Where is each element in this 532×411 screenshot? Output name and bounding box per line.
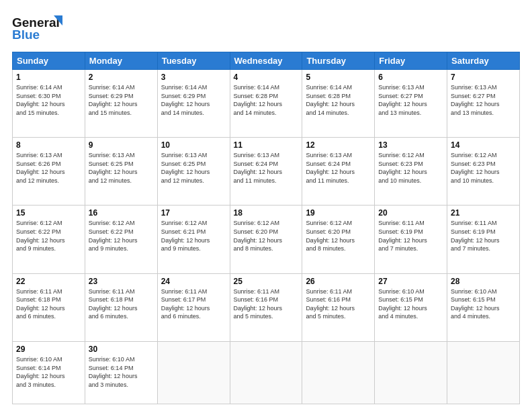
- day-number: 5: [306, 73, 371, 82]
- calendar-cell: 20 Sunrise: 6:11 AM Sunset: 6:19 PM Dayl…: [375, 205, 447, 273]
- calendar-cell: 9 Sunrise: 6:13 AM Sunset: 6:25 PM Dayli…: [85, 138, 157, 205]
- day-number: 30: [89, 345, 154, 354]
- day-number: 17: [161, 208, 226, 218]
- day-info: Sunrise: 6:14 AM Sunset: 6:30 PM Dayligh…: [16, 83, 81, 117]
- calendar-cell: 7 Sunrise: 6:13 AM Sunset: 6:27 PM Dayli…: [447, 70, 520, 138]
- day-number: 25: [234, 277, 299, 286]
- calendar-cell: 23 Sunrise: 6:11 AM Sunset: 6:18 PM Dayl…: [85, 273, 157, 341]
- day-info: Sunrise: 6:10 AM Sunset: 6:15 PM Dayligh…: [378, 287, 443, 321]
- day-number: 19: [306, 208, 371, 218]
- day-number: 20: [378, 208, 443, 218]
- day-info: Sunrise: 6:11 AM Sunset: 6:19 PM Dayligh…: [451, 219, 516, 253]
- day-number: 27: [378, 277, 443, 286]
- day-number: 11: [234, 140, 299, 150]
- day-info: Sunrise: 6:11 AM Sunset: 6:16 PM Dayligh…: [234, 287, 299, 321]
- calendar-cell: 17 Sunrise: 6:12 AM Sunset: 6:21 PM Dayl…: [157, 205, 230, 273]
- calendar-week-4: 22 Sunrise: 6:11 AM Sunset: 6:18 PM Dayl…: [13, 273, 520, 341]
- calendar-cell: 29 Sunrise: 6:10 AM Sunset: 6:14 PM Dayl…: [13, 341, 85, 404]
- day-info: Sunrise: 6:14 AM Sunset: 6:28 PM Dayligh…: [306, 83, 371, 117]
- day-info: Sunrise: 6:10 AM Sunset: 6:15 PM Dayligh…: [451, 287, 516, 321]
- calendar-cell: 3 Sunrise: 6:14 AM Sunset: 6:29 PM Dayli…: [157, 70, 230, 138]
- calendar-cell: 15 Sunrise: 6:12 AM Sunset: 6:22 PM Dayl…: [13, 205, 85, 273]
- calendar-cell: 13 Sunrise: 6:12 AM Sunset: 6:23 PM Dayl…: [375, 138, 447, 205]
- day-info: Sunrise: 6:13 AM Sunset: 6:26 PM Dayligh…: [16, 151, 81, 185]
- day-number: 3: [161, 73, 226, 82]
- calendar-week-1: 1 Sunrise: 6:14 AM Sunset: 6:30 PM Dayli…: [13, 70, 520, 138]
- calendar-week-5: 29 Sunrise: 6:10 AM Sunset: 6:14 PM Dayl…: [13, 341, 520, 404]
- day-info: Sunrise: 6:12 AM Sunset: 6:23 PM Dayligh…: [451, 151, 516, 185]
- calendar-cell: 24 Sunrise: 6:11 AM Sunset: 6:17 PM Dayl…: [157, 273, 230, 341]
- day-number: 18: [234, 208, 299, 218]
- calendar-header-row: SundayMondayTuesdayWednesdayThursdayFrid…: [13, 52, 520, 70]
- day-info: Sunrise: 6:13 AM Sunset: 6:24 PM Dayligh…: [306, 151, 371, 185]
- day-number: 2: [89, 73, 154, 82]
- calendar-cell: 16 Sunrise: 6:12 AM Sunset: 6:22 PM Dayl…: [85, 205, 157, 273]
- calendar-cell: 21 Sunrise: 6:11 AM Sunset: 6:19 PM Dayl…: [447, 205, 520, 273]
- day-info: Sunrise: 6:12 AM Sunset: 6:21 PM Dayligh…: [161, 219, 226, 253]
- calendar-header-friday: Friday: [375, 52, 447, 70]
- day-number: 8: [16, 140, 81, 150]
- day-info: Sunrise: 6:12 AM Sunset: 6:23 PM Dayligh…: [378, 151, 443, 185]
- day-info: Sunrise: 6:13 AM Sunset: 6:27 PM Dayligh…: [451, 83, 516, 117]
- day-number: 12: [306, 140, 371, 150]
- day-number: 28: [451, 277, 516, 286]
- day-number: 6: [378, 73, 443, 82]
- svg-text:Blue: Blue: [12, 28, 40, 42]
- calendar-cell: 8 Sunrise: 6:13 AM Sunset: 6:26 PM Dayli…: [13, 138, 85, 205]
- day-number: 24: [161, 277, 226, 286]
- day-info: Sunrise: 6:13 AM Sunset: 6:25 PM Dayligh…: [89, 151, 154, 185]
- day-number: 1: [16, 73, 81, 82]
- logo-svg: General Blue: [12, 12, 73, 42]
- calendar-cell: 12 Sunrise: 6:13 AM Sunset: 6:24 PM Dayl…: [302, 138, 375, 205]
- calendar-cell: 2 Sunrise: 6:14 AM Sunset: 6:29 PM Dayli…: [85, 70, 157, 138]
- calendar-header-wednesday: Wednesday: [230, 52, 302, 70]
- calendar-cell: 27 Sunrise: 6:10 AM Sunset: 6:15 PM Dayl…: [375, 273, 447, 341]
- day-info: Sunrise: 6:10 AM Sunset: 6:14 PM Dayligh…: [89, 355, 154, 389]
- header: General Blue: [12, 12, 520, 45]
- calendar-cell: 10 Sunrise: 6:13 AM Sunset: 6:25 PM Dayl…: [157, 138, 230, 205]
- calendar-cell: 28 Sunrise: 6:10 AM Sunset: 6:15 PM Dayl…: [447, 273, 520, 341]
- calendar-header-tuesday: Tuesday: [157, 52, 230, 70]
- day-info: Sunrise: 6:11 AM Sunset: 6:19 PM Dayligh…: [378, 219, 443, 253]
- day-info: Sunrise: 6:10 AM Sunset: 6:14 PM Dayligh…: [16, 355, 81, 389]
- day-info: Sunrise: 6:13 AM Sunset: 6:25 PM Dayligh…: [161, 151, 226, 185]
- calendar-cell: [230, 341, 302, 404]
- calendar-cell: 25 Sunrise: 6:11 AM Sunset: 6:16 PM Dayl…: [230, 273, 302, 341]
- page: General Blue SundayMondayTuesdayWednesda…: [0, 0, 532, 411]
- day-info: Sunrise: 6:14 AM Sunset: 6:28 PM Dayligh…: [234, 83, 299, 117]
- calendar-cell: 1 Sunrise: 6:14 AM Sunset: 6:30 PM Dayli…: [13, 70, 85, 138]
- day-info: Sunrise: 6:13 AM Sunset: 6:27 PM Dayligh…: [378, 83, 443, 117]
- day-info: Sunrise: 6:12 AM Sunset: 6:20 PM Dayligh…: [234, 219, 299, 253]
- day-number: 29: [16, 345, 81, 354]
- calendar-cell: [375, 341, 447, 404]
- calendar-header-sunday: Sunday: [13, 52, 85, 70]
- calendar-cell: 19 Sunrise: 6:12 AM Sunset: 6:20 PM Dayl…: [302, 205, 375, 273]
- day-number: 16: [89, 208, 154, 218]
- day-number: 4: [234, 73, 299, 82]
- day-info: Sunrise: 6:11 AM Sunset: 6:17 PM Dayligh…: [161, 287, 226, 321]
- day-info: Sunrise: 6:12 AM Sunset: 6:20 PM Dayligh…: [306, 219, 371, 253]
- day-number: 10: [161, 140, 226, 150]
- calendar-cell: 22 Sunrise: 6:11 AM Sunset: 6:18 PM Dayl…: [13, 273, 85, 341]
- calendar-table: SundayMondayTuesdayWednesdayThursdayFrid…: [12, 52, 520, 404]
- calendar-cell: 11 Sunrise: 6:13 AM Sunset: 6:24 PM Dayl…: [230, 138, 302, 205]
- calendar-cell: [447, 341, 520, 404]
- calendar-cell: 18 Sunrise: 6:12 AM Sunset: 6:20 PM Dayl…: [230, 205, 302, 273]
- day-info: Sunrise: 6:12 AM Sunset: 6:22 PM Dayligh…: [16, 219, 81, 253]
- day-info: Sunrise: 6:11 AM Sunset: 6:16 PM Dayligh…: [306, 287, 371, 321]
- day-info: Sunrise: 6:11 AM Sunset: 6:18 PM Dayligh…: [16, 287, 81, 321]
- calendar-cell: 5 Sunrise: 6:14 AM Sunset: 6:28 PM Dayli…: [302, 70, 375, 138]
- day-number: 9: [89, 140, 154, 150]
- calendar-cell: [157, 341, 230, 404]
- day-number: 23: [89, 277, 154, 286]
- day-number: 13: [378, 140, 443, 150]
- calendar-header-monday: Monday: [85, 52, 157, 70]
- day-info: Sunrise: 6:14 AM Sunset: 6:29 PM Dayligh…: [161, 83, 226, 117]
- day-number: 26: [306, 277, 371, 286]
- day-info: Sunrise: 6:12 AM Sunset: 6:22 PM Dayligh…: [89, 219, 154, 253]
- calendar-cell: 14 Sunrise: 6:12 AM Sunset: 6:23 PM Dayl…: [447, 138, 520, 205]
- calendar-week-3: 15 Sunrise: 6:12 AM Sunset: 6:22 PM Dayl…: [13, 205, 520, 273]
- day-number: 21: [451, 208, 516, 218]
- calendar-header-saturday: Saturday: [447, 52, 520, 70]
- day-info: Sunrise: 6:14 AM Sunset: 6:29 PM Dayligh…: [89, 83, 154, 117]
